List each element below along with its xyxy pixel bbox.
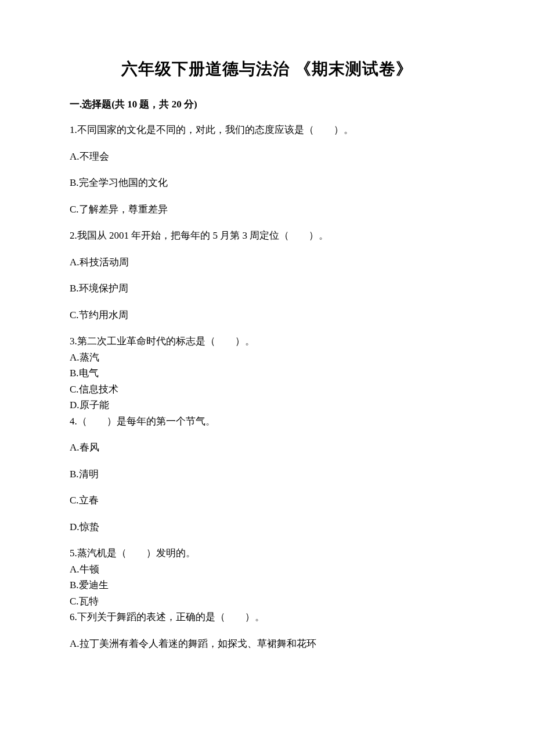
option-3c: C.信息技术 [70,382,464,397]
option-6a: A.拉丁美洲有着令人着迷的舞蹈，如探戈、草裙舞和花环 [70,636,464,651]
question-4: 4.（ ）是每年的第一个节气。 [70,414,464,429]
option-4b: B.清明 [70,467,464,482]
question-6: 6.下列关于舞蹈的表述，正确的是（ ）。 [70,610,464,625]
question-1: 1.不同国家的文化是不同的，对此，我们的态度应该是（ ）。 [70,123,464,138]
option-5b: B.爱迪生 [70,578,464,593]
option-5a: A.牛顿 [70,562,464,577]
option-4c: C.立春 [70,493,464,508]
option-1a: A.不理会 [70,149,464,164]
exam-title: 六年级下册道德与法治 《期末测试卷》 [70,58,464,80]
option-2b: B.环境保护周 [70,281,464,296]
option-1b: B.完全学习他国的文化 [70,175,464,190]
question-5: 5.蒸汽机是（ ）发明的。 [70,546,464,561]
option-4a: A.春风 [70,440,464,455]
option-2c: C.节约用水周 [70,308,464,323]
option-5c: C.瓦特 [70,594,464,609]
option-3d: D.原子能 [70,398,464,413]
option-3b: B.电气 [70,366,464,381]
question-3: 3.第二次工业革命时代的标志是（ ）。 [70,334,464,349]
exam-page: 六年级下册道德与法治 《期末测试卷》 一.选择题(共 10 题，共 20 分) … [0,0,534,697]
option-1c: C.了解差异，尊重差异 [70,202,464,217]
question-2: 2.我国从 2001 年开始，把每年的 5 月第 3 周定位（ ）。 [70,228,464,243]
section-header-1: 一.选择题(共 10 题，共 20 分) [70,98,464,111]
option-2a: A.科技活动周 [70,255,464,270]
option-4d: D.惊蛰 [70,520,464,535]
option-3a: A.蒸汽 [70,350,464,365]
